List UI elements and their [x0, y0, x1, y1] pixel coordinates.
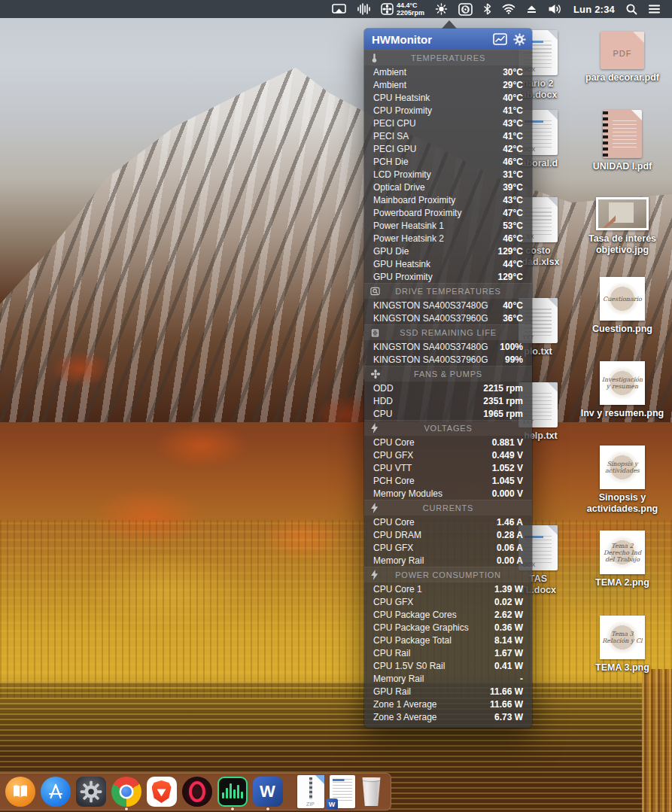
sensor-row: CPU 1965 rpm [364, 407, 532, 420]
sensor-label: CPU VTT [373, 463, 492, 473]
sensor-label: Ambient [373, 67, 503, 78]
desktop-icon-label: Tasa de interés objetivo.jpg [588, 233, 656, 256]
sensor-value: 30°C [503, 67, 523, 78]
sensor-label: Power Heatsink 1 [373, 220, 503, 231]
sensor-row: CPU DRAM 0.28 A [364, 528, 532, 541]
menubar-rpm: 2205rpm [397, 9, 424, 17]
sensor-value: 0.000 V [492, 488, 523, 499]
dock-books-icon[interactable] [5, 776, 35, 807]
sensor-label: CPU Package Total [373, 635, 494, 646]
dock-word-document-icon[interactable]: W [330, 776, 355, 807]
desktop-icon-pdf[interactable]: PDF para decorar.pdf [573, 32, 671, 84]
sensor-value: 2351 rpm [483, 396, 523, 406]
sensor-label: CPU 1.5V S0 Rail [373, 661, 494, 671]
search-icon[interactable] [625, 0, 637, 18]
sensor-label: GPU Heatsink [373, 259, 503, 269]
sensor-row: LCD Proximity 31°C [364, 168, 532, 181]
sensor-value: 41°C [503, 131, 523, 141]
sensor-label: Zone 3 Average [373, 712, 494, 722]
sensor-row: PECI SA 41°C [364, 129, 532, 142]
sensor-row: CPU Package Graphics 0.36 W [364, 621, 532, 634]
display-mirroring-icon[interactable] [332, 0, 346, 18]
section-header: VOLTAGES [364, 420, 532, 436]
section-title: FANS & PUMPS [364, 370, 532, 379]
desktop-icon-pdf-bound[interactable]: UNIDAD I.pdf [573, 110, 671, 172]
desktop-icon-png-4[interactable]: Tema 2 Derecho Ind del Trabajo TEMA 2.pn… [573, 531, 671, 588]
sensor-row: PECI GPU 42°C [364, 142, 532, 155]
sensor-row: CPU Rail 1.67 W [364, 646, 532, 659]
sensor-label: CPU Core 1 [373, 584, 494, 595]
sensor-row: CPU Core 1.46 A [364, 515, 532, 528]
sensor-label: CPU GFX [373, 543, 497, 553]
desktop-icon-png-1[interactable]: Cuestionario Cuestion.png [573, 277, 671, 335]
section-drive-temperatures: DRIVE TEMPERATURES KINGSTON SA400S37480G… [364, 283, 532, 324]
sensor-row: Mainboard Proximity 43°C [364, 193, 532, 206]
sensor-label: Memory Rail [373, 555, 497, 566]
dock-system-preferences-icon[interactable] [76, 776, 106, 807]
bluetooth-icon[interactable] [483, 0, 491, 18]
volume-icon[interactable] [548, 0, 563, 18]
wifi-icon[interactable] [502, 0, 515, 18]
sensor-row: Memory Rail 0.00 A [364, 554, 532, 567]
sensor-value: 99% [505, 354, 523, 365]
menubar-temperature: 44.4°C [397, 2, 424, 9]
dock-zip-file-icon[interactable]: ZIP [297, 776, 324, 807]
dock-audio-editor-icon[interactable] [217, 776, 248, 807]
gear-icon[interactable] [513, 33, 526, 46]
sensor-label: CPU Proximity [373, 105, 503, 116]
dock-app-store-icon[interactable] [41, 776, 71, 807]
section-ssd-life: SSD REMAINING LIFE KINGSTON SA400S37480G… [364, 324, 532, 366]
menu-bar: 44.4°C 2205rpm Lun 2:34 [0, 0, 672, 18]
audio-waveform-icon[interactable] [357, 0, 370, 18]
desktop-icon-png-5[interactable]: Tema 3 Relación y Cl TEMA 3.png [573, 616, 671, 674]
sensor-row: Ambient 29°C [364, 78, 532, 91]
sensor-value: 31°C [503, 169, 523, 180]
sensor-label: GPU Die [373, 246, 498, 257]
desktop-icon-png-3[interactable]: Sinopsis y actividades Sinopsis y activi… [573, 446, 671, 515]
dock-brave-icon[interactable] [147, 776, 177, 807]
notification-list-icon[interactable] [648, 0, 661, 18]
section-title: TEMPERATURES [364, 53, 532, 62]
sensor-label: CPU Package Cores [373, 610, 494, 620]
sensor-row: CPU Package Cores 2.62 W [364, 608, 532, 621]
dock-chrome-icon[interactable] [111, 776, 141, 807]
dock-trash-icon[interactable] [360, 776, 383, 807]
sensor-row: CPU GFX 0.06 A [364, 541, 532, 554]
section-header: SSD REMAINING LIFE [364, 324, 532, 340]
sensor-label: CPU [373, 409, 483, 419]
sensor-value: 11.66 W [490, 686, 523, 697]
sensor-label: Mainboard Proximity [373, 195, 503, 205]
sensor-value: 41°C [503, 105, 523, 116]
desktop-icon-png-2[interactable]: Investigación y resumen Inv y resumen.pn… [573, 361, 671, 419]
sensor-label: CPU DRAM [373, 530, 497, 540]
sensor-label: ODD [373, 383, 483, 394]
sensor-value: 29°C [503, 80, 523, 90]
sensor-label: KINGSTON SA400S37480G [373, 342, 500, 352]
fan-speed-widget[interactable]: 44.4°C 2205rpm [381, 0, 424, 18]
sensor-row: Power Heatsink 1 53°C [364, 219, 532, 232]
sensor-row: CPU Package Total 8.14 W [364, 634, 532, 646]
desktop-icon-jpg[interactable]: Tasa de interés objetivo.jpg [573, 197, 671, 256]
menubar-clock[interactable]: Lun 2:34 [573, 0, 615, 18]
eject-icon[interactable] [526, 0, 537, 18]
section-currents: CURRENTS CPU Core 1.46 A CPU DRAM 0.28 A… [364, 500, 532, 567]
png-thumbnail: Sinopsis y actividades [600, 446, 645, 489]
sensor-row: CPU Core 0.881 V [364, 436, 532, 449]
sensor-label: KINGSTON SA400S37960G [373, 354, 505, 365]
sensor-row: CPU GFX 0.02 W [364, 595, 532, 608]
sensor-value: 0.881 V [492, 437, 523, 448]
sensor-label: CPU GFX [373, 597, 494, 607]
sensor-label: Memory Rail [373, 674, 520, 684]
desktop-icon-label: TEMA 3.png [595, 662, 649, 674]
brightness-icon[interactable] [435, 0, 448, 18]
sensor-row: PCH Die 46°C [364, 155, 532, 168]
dock-opera-icon[interactable] [182, 776, 212, 807]
sensor-row: Optical Drive 39°C [364, 181, 532, 193]
sensor-value: 47°C [503, 208, 523, 218]
dock-word-icon[interactable]: W [253, 776, 283, 807]
section-temperatures: TEMPERATURES Ambient 30°C Ambient 29°C C… [364, 50, 532, 283]
sensor-row: ODD 2215 rpm [364, 382, 532, 394]
graph-icon[interactable] [493, 33, 507, 45]
section-title: CURRENTS [364, 503, 532, 512]
hwmonitor-menu-icon[interactable] [458, 0, 473, 18]
